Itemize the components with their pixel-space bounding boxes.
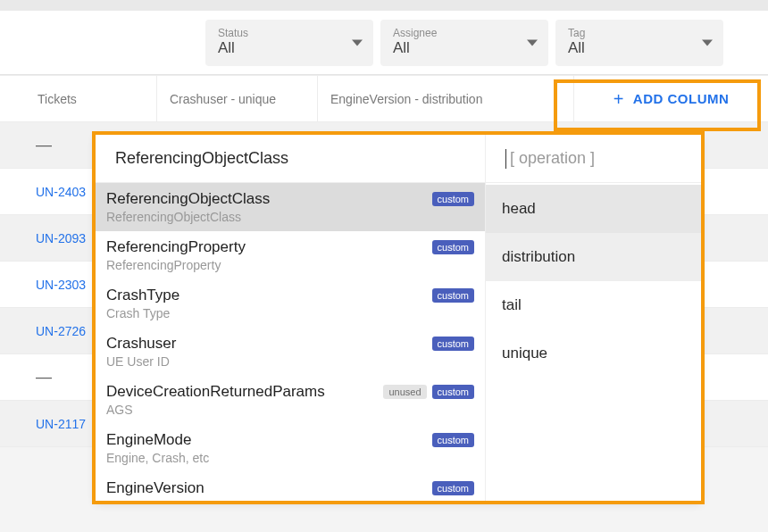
field-option-title: Crashuser — [106, 335, 176, 353]
field-option-title-row: ReferencingObjectClasscustom — [106, 190, 474, 208]
field-option-badges: custom — [432, 481, 474, 495]
col-header-engineversion[interactable]: EngineVersion - distribution — [318, 76, 573, 121]
field-option[interactable]: EngineVersioncustom — [96, 472, 485, 501]
filter-status-value: All — [218, 40, 361, 57]
ticket-link[interactable]: UN-2726 — [36, 324, 86, 338]
field-option-badges: unusedcustom — [383, 385, 474, 399]
text-cursor-icon — [505, 149, 506, 169]
field-option-badges: custom — [432, 192, 474, 206]
operation-option[interactable]: distribution — [486, 233, 701, 281]
ticket-empty: — — [36, 136, 52, 154]
field-option-subtitle: Crash Type — [106, 306, 474, 320]
filter-assignee-value: All — [393, 40, 536, 57]
field-option[interactable]: ReferencingPropertycustomReferencingProp… — [96, 231, 485, 279]
custom-badge: custom — [432, 288, 474, 303]
field-option-badges: custom — [432, 433, 474, 447]
field-option-title-row: EngineVersioncustom — [106, 479, 474, 497]
field-option-title: EngineVersion — [106, 479, 205, 497]
field-search-input[interactable]: ReferencingObjectClass — [115, 149, 465, 168]
filter-tag[interactable]: Tag All — [555, 20, 723, 66]
filter-assignee[interactable]: Assignee All — [380, 20, 548, 66]
col-header-crashuser[interactable]: Crashuser - unique — [157, 76, 318, 121]
field-option-title: ReferencingProperty — [106, 238, 246, 256]
field-option-title-row: Crashusercustom — [106, 335, 474, 353]
ticket-link[interactable]: UN-2117 — [36, 417, 86, 431]
unused-badge: unused — [383, 385, 426, 399]
operation-option[interactable]: unique — [486, 329, 701, 378]
plus-icon: + — [614, 90, 624, 108]
field-option-title-row: DeviceCreationReturnedParamsunusedcustom — [106, 383, 474, 401]
caret-down-icon — [702, 39, 713, 46]
add-column-button[interactable]: + ADD COLUMN — [573, 76, 768, 121]
ticket-link[interactable]: UN-2093 — [36, 231, 86, 245]
field-option-badges: custom — [432, 240, 474, 254]
col-header-tickets[interactable]: Tickets — [25, 76, 157, 121]
field-option-badges: custom — [432, 288, 474, 303]
field-option-title-row: ReferencingPropertycustom — [106, 238, 474, 256]
field-option[interactable]: EngineModecustomEngine, Crash, etc — [96, 424, 485, 472]
field-option-subtitle: UE User ID — [106, 354, 474, 369]
spacer-col — [0, 76, 25, 121]
field-option-title: DeviceCreationReturnedParams — [106, 383, 325, 401]
operation-input[interactable]: [ operation ] — [505, 149, 595, 169]
custom-badge: custom — [432, 433, 474, 447]
field-option-subtitle: ReferencingObjectClass — [106, 210, 474, 224]
dropdown-field-pane: ReferencingObjectClass ReferencingObject… — [96, 135, 485, 501]
filter-status-label: Status — [218, 28, 361, 38]
operation-option[interactable]: tail — [486, 281, 701, 329]
caret-down-icon — [352, 39, 363, 46]
ticket-empty: — — [36, 368, 52, 386]
field-option[interactable]: ReferencingObjectClasscustomReferencingO… — [96, 183, 485, 231]
filter-tag-label: Tag — [568, 28, 711, 38]
dropdown-operation-pane: [ operation ] headdistributiontailunique — [485, 135, 701, 501]
field-option-title: ReferencingObjectClass — [106, 190, 270, 208]
add-column-label: ADD COLUMN — [633, 91, 730, 106]
custom-badge: custom — [432, 240, 474, 254]
field-option-title-row: CrashTypecustom — [106, 287, 474, 304]
custom-badge: custom — [432, 481, 474, 495]
field-search-row: ReferencingObjectClass — [96, 135, 485, 183]
table-header: Tickets Crashuser - unique EngineVersion… — [0, 76, 768, 122]
operation-option[interactable]: head — [486, 185, 701, 233]
field-option-subtitle: ReferencingProperty — [106, 258, 474, 272]
filter-tag-value: All — [568, 40, 711, 57]
field-option[interactable]: DeviceCreationReturnedParamsunusedcustom… — [96, 376, 485, 424]
operation-placeholder: [ operation ] — [510, 149, 595, 168]
operation-list: headdistributiontailunique — [486, 183, 701, 378]
custom-badge: custom — [432, 385, 474, 399]
custom-badge: custom — [432, 337, 474, 351]
field-option[interactable]: CrashTypecustomCrash Type — [96, 279, 485, 328]
filter-status[interactable]: Status All — [205, 20, 373, 66]
add-column-dropdown: ReferencingObjectClass ReferencingObject… — [96, 135, 701, 501]
filter-bar: Status All Assignee All Tag All — [0, 11, 768, 75]
field-option-subtitle: AGS — [106, 403, 474, 417]
top-spacer — [0, 0, 768, 11]
field-option-badges: custom — [432, 337, 474, 351]
filter-assignee-label: Assignee — [393, 28, 536, 38]
field-option-title-row: EngineModecustom — [106, 431, 474, 449]
custom-badge: custom — [432, 192, 474, 206]
field-option-title: CrashType — [106, 287, 179, 304]
field-option-subtitle: Engine, Crash, etc — [106, 451, 474, 465]
field-option[interactable]: CrashusercustomUE User ID — [96, 328, 485, 376]
ticket-link[interactable]: UN-2403 — [36, 185, 86, 199]
caret-down-icon — [527, 39, 538, 46]
ticket-link[interactable]: UN-2303 — [36, 278, 86, 292]
field-option-title: EngineMode — [106, 431, 191, 449]
field-options-list: ReferencingObjectClasscustomReferencingO… — [96, 183, 485, 501]
operation-input-row[interactable]: [ operation ] — [486, 135, 701, 183]
